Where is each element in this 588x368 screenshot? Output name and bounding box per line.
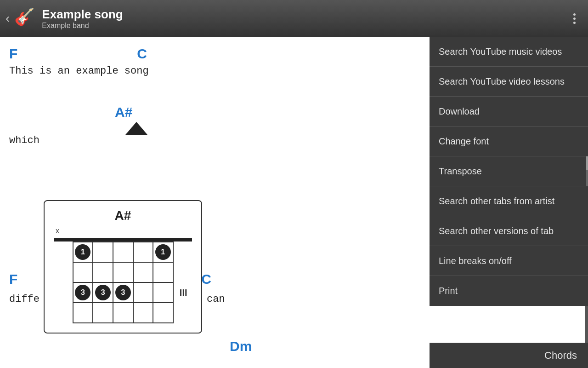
- cell-0-3: 3: [73, 282, 93, 303]
- transpose-scrollbar: [586, 156, 588, 186]
- finger-dot-1: 1: [75, 244, 90, 260]
- cell-3-2: [133, 262, 153, 282]
- menu-item-other-versions-label: Search other versions of tab: [439, 226, 554, 236]
- dot-1: [573, 13, 576, 16]
- menu-item-download-label: Download: [439, 106, 480, 117]
- chord-diagram-x-label: x: [56, 227, 192, 235]
- cell-0-1: 1: [73, 242, 93, 262]
- chord-grid: 1 1 3: [73, 242, 174, 323]
- title-block: Example song Example band: [42, 7, 566, 30]
- cell-1-2: [93, 262, 113, 282]
- fret-row-3: 3 3 3 III: [73, 282, 173, 303]
- lyric-line-2: which: [9, 135, 418, 146]
- app-header: ‹ 🎸 Example song Example band: [0, 0, 588, 37]
- cell-0-2: [73, 262, 93, 282]
- back-button[interactable]: ‹: [6, 11, 10, 26]
- finger-dot-3c: 3: [115, 285, 131, 300]
- lyric-line-4: can: [207, 293, 225, 305]
- menu-item-yt-lessons[interactable]: Search YouTube video lessons: [430, 67, 588, 97]
- lyric-line-3: diffe: [9, 293, 40, 305]
- cell-3-3: [133, 282, 153, 303]
- main-content: F C This is an example song A# which A# …: [0, 37, 427, 368]
- cell-1-1: [93, 242, 113, 262]
- fret-row-2: [73, 262, 173, 282]
- cell-4-3: III: [153, 282, 173, 303]
- chord-line-1: F C: [9, 46, 418, 62]
- cell-2-4: [113, 303, 133, 323]
- dot-3: [573, 22, 576, 24]
- chord-popup-pointer: [125, 122, 147, 135]
- menu-item-print[interactable]: Print: [430, 276, 588, 306]
- chord-diagram-title: A#: [54, 208, 192, 223]
- context-menu: Search YouTube music videos Search YouTu…: [430, 37, 588, 306]
- cell-0-4: [73, 303, 93, 323]
- cell-1-4: [93, 303, 113, 323]
- cell-2-3: 3: [113, 282, 133, 303]
- fret-nut: [54, 238, 192, 242]
- guitar-icon: 🎸: [14, 7, 36, 29]
- finger-dot-3b: 3: [95, 285, 111, 300]
- fret-row-1: 1 1: [73, 242, 173, 262]
- menu-item-print-label: Print: [439, 286, 458, 296]
- menu-item-download[interactable]: Download: [430, 97, 588, 126]
- chord-a-sharp[interactable]: A#: [115, 104, 418, 120]
- chord-dm[interactable]: Dm: [230, 339, 252, 354]
- cell-4-2: [153, 262, 173, 282]
- chord-f-1[interactable]: F: [9, 46, 17, 62]
- chord-f-2[interactable]: F: [9, 271, 17, 287]
- menu-item-transpose-label: Transpose: [439, 166, 482, 177]
- cell-4-4: [153, 303, 173, 323]
- lyric-line-1: This is an example song: [9, 65, 418, 77]
- menu-item-change-font[interactable]: Change font: [430, 126, 588, 156]
- menu-item-yt-lessons-label: Search YouTube video lessons: [439, 76, 565, 87]
- menu-item-other-tabs-artist-label: Search other tabs from artist: [439, 196, 554, 207]
- menu-item-yt-music-label: Search YouTube music videos: [439, 46, 562, 57]
- fret-grid: 1 1 3: [73, 242, 174, 323]
- menu-item-line-breaks-label: Line breaks on/off: [439, 256, 512, 266]
- chord-c-1[interactable]: C: [137, 46, 147, 62]
- menu-item-yt-music[interactable]: Search YouTube music videos: [430, 37, 588, 67]
- cell-1-3: 3: [93, 282, 113, 303]
- band-name: Example band: [42, 22, 566, 30]
- cell-2-1: [113, 242, 133, 262]
- dot-2: [573, 17, 576, 20]
- menu-item-line-breaks[interactable]: Line breaks on/off: [430, 246, 588, 276]
- finger-dot-3a: 3: [75, 285, 90, 300]
- fret-position-label: III: [180, 288, 187, 298]
- finger-dot-1b: 1: [155, 244, 171, 260]
- cell-4-1: 1: [153, 242, 173, 262]
- cell-3-1: [133, 242, 153, 262]
- chord-diagram-popup: A# x 1 1: [44, 200, 202, 334]
- chords-button[interactable]: Chords: [430, 343, 588, 368]
- menu-item-change-font-label: Change font: [439, 136, 489, 147]
- fret-row-4: [73, 303, 173, 323]
- chord-c-2[interactable]: C: [201, 271, 211, 287]
- menu-item-other-versions[interactable]: Search other versions of tab: [430, 216, 588, 246]
- menu-item-other-tabs-artist[interactable]: Search other tabs from artist: [430, 186, 588, 216]
- cell-2-2: [113, 262, 133, 282]
- transpose-scrollbar-thumb: [586, 156, 588, 170]
- menu-item-transpose[interactable]: Transpose: [430, 156, 588, 186]
- cell-3-4: [133, 303, 153, 323]
- menu-button[interactable]: [566, 13, 582, 24]
- chords-button-label: Chords: [544, 350, 577, 362]
- song-title: Example song: [42, 7, 566, 22]
